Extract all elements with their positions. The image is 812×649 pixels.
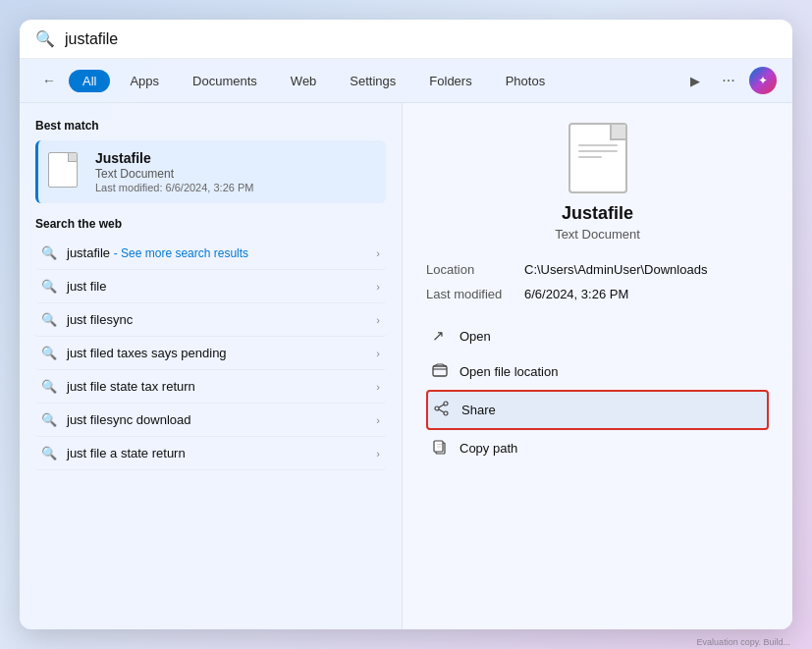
suggestion-justafile[interactable]: 🔍 justafile - See more search results ›: [35, 237, 386, 270]
action-share[interactable]: Share: [426, 390, 769, 430]
suggestion-text-4: just filed taxes says pending: [67, 346, 376, 360]
share-icon: [434, 401, 452, 419]
filter-documents[interactable]: Documents: [179, 70, 271, 92]
suggestion-arrow-5: ›: [376, 381, 380, 393]
suggestion-text-6: just filesync download: [67, 412, 376, 427]
action-open[interactable]: ↗ Open: [426, 318, 769, 353]
more-button[interactable]: ···: [716, 68, 741, 93]
search-icon-3: 🔍: [41, 312, 57, 327]
search-icon-2: 🔍: [41, 279, 57, 294]
watermark: Evaluation copy. Build...: [697, 637, 790, 647]
filter-settings[interactable]: Settings: [336, 70, 409, 92]
best-match-title: Best match: [35, 119, 386, 133]
copilot-icon[interactable]: ✦: [749, 67, 777, 94]
file-lines: [578, 144, 618, 162]
suggestion-arrow-1: ›: [376, 247, 380, 259]
suggestion-arrow-2: ›: [376, 281, 380, 293]
best-match-name: Justafile: [95, 150, 376, 166]
open-icon: ↗: [432, 327, 450, 345]
filter-all[interactable]: All: [69, 70, 110, 92]
action-share-label: Share: [461, 403, 496, 417]
suggestion-main-1: justafile: [67, 245, 110, 260]
action-copy-path-label: Copy path: [460, 441, 517, 456]
suggestion-arrow-4: ›: [376, 348, 380, 359]
best-match-info: Justafile Text Document Last modified: 6…: [95, 150, 376, 193]
search-icon-4: 🔍: [41, 346, 57, 360]
play-button[interactable]: ▶: [682, 68, 708, 93]
suggestion-arrow-6: ›: [376, 414, 380, 426]
action-copy-path[interactable]: Copy path: [426, 430, 769, 466]
file-preview-icon: [568, 123, 627, 193]
suggestion-arrow-3: ›: [376, 314, 380, 326]
suggestion-text-1: justafile - See more search results: [67, 245, 376, 260]
right-file-type: Text Document: [555, 227, 640, 242]
search-bar: 🔍: [20, 20, 792, 59]
meta-modified-label: Last modified: [426, 287, 524, 301]
file-meta: Location C:\Users\AdminUser\Downloads La…: [426, 257, 769, 306]
svg-line-4: [439, 405, 444, 407]
file-line-3: [578, 156, 602, 158]
suggestion-text-7: just file a state return: [67, 446, 376, 460]
filter-apps[interactable]: Apps: [116, 70, 173, 92]
suggestion-state-tax[interactable]: 🔍 just file state tax return ›: [35, 370, 386, 404]
open-location-icon: [432, 362, 450, 381]
search-icon-5: 🔍: [41, 379, 57, 394]
action-open-location[interactable]: Open file location: [426, 353, 769, 390]
filter-photos[interactable]: Photos: [492, 70, 559, 92]
file-preview: Justafile Text Document: [426, 123, 769, 242]
suggestion-filesync-download[interactable]: 🔍 just filesync download ›: [35, 404, 386, 437]
suggestion-text-2: just file: [67, 279, 376, 294]
suggestion-text-3: just filesync: [67, 312, 376, 327]
left-panel: Best match Justafile Text Document Last …: [20, 103, 403, 629]
back-button[interactable]: ←: [35, 67, 63, 94]
meta-location-label: Location: [426, 262, 524, 277]
main-content: Best match Justafile Text Document Last …: [20, 103, 792, 629]
search-icon-6: 🔍: [41, 412, 57, 427]
filter-more-area: ▶ ··· ✦: [682, 67, 777, 94]
svg-rect-0: [433, 366, 447, 376]
best-match-date: Last modified: 6/6/2024, 3:26 PM: [95, 182, 376, 193]
right-file-name: Justafile: [562, 203, 633, 224]
meta-location-value: C:\Users\AdminUser\Downloads: [524, 262, 707, 277]
filter-bar: ← All Apps Documents Web Settings Folder…: [20, 59, 792, 103]
search-icon-7: 🔍: [41, 446, 57, 460]
meta-modified-row: Last modified 6/6/2024, 3:26 PM: [426, 282, 769, 306]
search-icon: 🔍: [35, 29, 55, 48]
action-list: ↗ Open Open file location: [426, 318, 769, 466]
svg-point-3: [444, 411, 448, 415]
svg-point-2: [435, 406, 439, 410]
right-panel: Justafile Text Document Location C:\User…: [403, 103, 792, 629]
best-match-item[interactable]: Justafile Text Document Last modified: 6…: [35, 140, 386, 203]
action-open-label: Open: [460, 329, 491, 344]
svg-point-1: [444, 402, 448, 406]
suggestion-just-filesync[interactable]: 🔍 just filesync ›: [35, 303, 386, 337]
suggestion-arrow-7: ›: [376, 448, 380, 460]
file-line-2: [578, 150, 618, 152]
filter-web[interactable]: Web: [277, 70, 331, 92]
best-match-file-icon: [48, 152, 83, 191]
web-section-title: Search the web: [35, 217, 386, 231]
meta-modified-value: 6/6/2024, 3:26 PM: [524, 287, 628, 301]
search-icon-1: 🔍: [41, 245, 57, 260]
search-panel: 🔍 ← All Apps Documents Web Settings Fold…: [20, 20, 792, 629]
suggestion-state-return[interactable]: 🔍 just file a state return ›: [35, 437, 386, 470]
best-match-type: Text Document: [95, 167, 376, 181]
suggestion-text-5: just file state tax return: [67, 379, 376, 394]
suggestion-just-file[interactable]: 🔍 just file ›: [35, 270, 386, 303]
search-input[interactable]: [65, 30, 777, 48]
file-line-1: [578, 144, 618, 146]
suggestion-filed-taxes[interactable]: 🔍 just filed taxes says pending ›: [35, 337, 386, 370]
svg-line-5: [439, 409, 444, 412]
meta-location-row: Location C:\Users\AdminUser\Downloads: [426, 257, 769, 282]
filter-folders[interactable]: Folders: [415, 70, 485, 92]
action-open-location-label: Open file location: [460, 364, 558, 379]
copy-path-icon: [432, 439, 450, 458]
suggestion-extra-1: - See more search results: [114, 246, 248, 260]
